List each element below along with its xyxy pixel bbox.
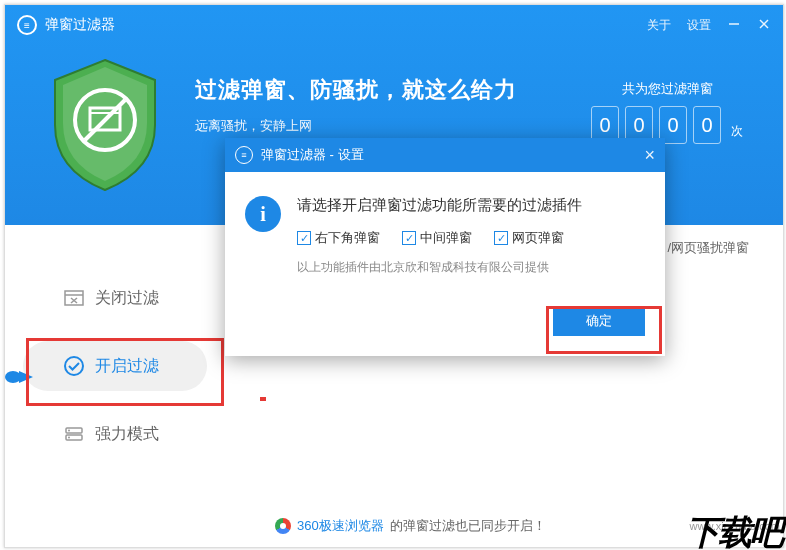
close-button[interactable] bbox=[757, 17, 771, 34]
watermark-logo: 下载吧 bbox=[686, 510, 782, 550]
checkbox-label: 中间弹窗 bbox=[420, 229, 472, 247]
svg-point-16 bbox=[5, 371, 21, 383]
dialog-heading: 请选择开启弹窗过滤功能所需要的过滤插件 bbox=[297, 196, 645, 215]
dialog-note: 以上功能插件由北京欣和智成科技有限公司提供 bbox=[297, 259, 645, 276]
annotation-highlight-sidebar bbox=[26, 338, 224, 406]
browser-name-link[interactable]: 360极速浏览器 bbox=[297, 517, 384, 535]
checkbox-bottom-right[interactable]: ✓ 右下角弹窗 bbox=[297, 229, 380, 247]
layers-icon bbox=[63, 423, 85, 445]
counter-digit: 0 bbox=[693, 106, 721, 144]
close-icon bbox=[757, 17, 771, 31]
dialog-logo-icon: ≡ bbox=[235, 146, 253, 164]
minimize-icon bbox=[727, 17, 741, 31]
checkbox-label: 右下角弹窗 bbox=[315, 229, 380, 247]
app-logo-icon bbox=[17, 15, 37, 35]
counter-unit: 次 bbox=[731, 123, 743, 144]
about-link[interactable]: 关于 bbox=[647, 17, 671, 34]
dialog-close-button[interactable]: × bbox=[644, 145, 655, 166]
dialog-titlebar: ≡ 弹窗过滤器 - 设置 × bbox=[225, 138, 665, 172]
annotation-highlight-ok bbox=[546, 306, 662, 354]
titlebar: 弹窗过滤器 关于 设置 bbox=[5, 5, 783, 45]
checkbox-icon: ✓ bbox=[402, 231, 416, 245]
counter-label: 共为您过滤弹窗 bbox=[591, 80, 743, 98]
hero-title: 过滤弹窗、防骚扰，就这么给力 bbox=[195, 75, 517, 105]
minimize-button[interactable] bbox=[727, 17, 741, 34]
checkbox-center[interactable]: ✓ 中间弹窗 bbox=[402, 229, 472, 247]
popup-type-text: /网页骚扰弹窗 bbox=[667, 239, 749, 257]
browser-icon bbox=[275, 518, 291, 534]
sidebar-item-label: 强力模式 bbox=[95, 424, 159, 445]
checkbox-label: 网页弹窗 bbox=[512, 229, 564, 247]
info-icon: i bbox=[245, 196, 281, 232]
red-marker bbox=[260, 397, 266, 401]
window-x-icon bbox=[63, 287, 85, 309]
counter-box: 共为您过滤弹窗 0 0 0 0 次 bbox=[591, 80, 743, 144]
dialog-title-text: 弹窗过滤器 - 设置 bbox=[261, 146, 364, 164]
sidebar-item-label: 关闭过滤 bbox=[95, 288, 159, 309]
svg-rect-7 bbox=[65, 291, 83, 305]
checkbox-icon: ✓ bbox=[297, 231, 311, 245]
svg-point-15 bbox=[68, 437, 70, 439]
browser-sync-notice: 360极速浏览器 的弹窗过滤也已同步开启！ bbox=[275, 517, 546, 535]
svg-point-14 bbox=[68, 430, 70, 432]
settings-link[interactable]: 设置 bbox=[687, 17, 711, 34]
hero-subtitle: 远离骚扰，安静上网 bbox=[195, 117, 517, 135]
sidebar-item-close-filter[interactable]: 关闭过滤 bbox=[23, 273, 207, 323]
sync-tail-text: 的弹窗过滤也已同步开启！ bbox=[390, 517, 546, 535]
checkbox-webpage[interactable]: ✓ 网页弹窗 bbox=[494, 229, 564, 247]
checkbox-icon: ✓ bbox=[494, 231, 508, 245]
app-title: 弹窗过滤器 bbox=[45, 16, 115, 34]
sidebar-item-strong-mode[interactable]: 强力模式 bbox=[23, 409, 207, 459]
shield-icon bbox=[45, 55, 165, 195]
